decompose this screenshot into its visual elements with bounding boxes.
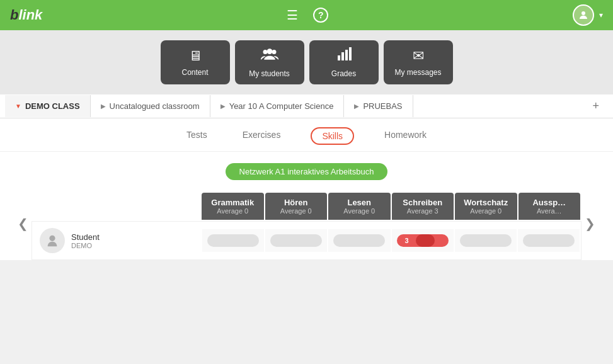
tab-demo-class[interactable]: ▼ DEMO CLASS <box>5 95 91 117</box>
grades-label: Grades <box>331 69 356 78</box>
app-logo: blink <box>10 7 42 23</box>
grades-button[interactable]: Grades <box>309 40 379 84</box>
svg-rect-7 <box>349 47 352 60</box>
tab-pruebas[interactable]: ▶ PRUEBAS <box>344 95 413 117</box>
tab-exercises[interactable]: Exercises <box>238 127 286 145</box>
score-grammatik <box>202 229 264 252</box>
score-value: 3 <box>401 234 413 247</box>
skill-header-aussp: Aussp… Avera… <box>518 193 581 220</box>
content-label: Content <box>181 68 208 77</box>
my-students-button[interactable]: My students <box>235 40 304 84</box>
content-button[interactable]: 🖥 Content <box>161 40 230 84</box>
skills-nav-right[interactable]: ❯ <box>580 211 600 236</box>
help-icon[interactable]: ? <box>313 8 328 23</box>
my-messages-button[interactable]: ✉ My messages <box>384 40 453 84</box>
student-info: Student DEMO <box>71 232 100 249</box>
filter-tag[interactable]: Netzwerk A1 interaktives Arbeitsbuch <box>226 163 388 180</box>
year10-arrow: ▶ <box>221 103 226 110</box>
uncatalogued-label: Uncatalogued classroom <box>110 101 200 111</box>
svg-point-3 <box>266 48 272 54</box>
pruebas-arrow: ▶ <box>354 103 359 110</box>
content-icon: 🖥 <box>188 48 202 64</box>
tab-tests[interactable]: Tests <box>181 127 212 145</box>
svg-point-2 <box>272 50 276 54</box>
demo-class-arrow: ▼ <box>15 103 21 110</box>
content-area: Tests Exercises Skills Homework Netzwerk… <box>0 118 613 260</box>
skill-header-wortschatz: Wortschatz Average 0 <box>455 193 517 220</box>
tab-uncatalogued[interactable]: ▶ Uncatalogued classroom <box>91 95 210 117</box>
score-schreiben: 3 <box>392 229 454 252</box>
skill-header-lesen: Lesen Average 0 <box>328 193 391 220</box>
svg-rect-4 <box>338 55 340 60</box>
score-bar-empty <box>270 234 322 247</box>
skills-section: ❮ ❯ Grammatik Average 0 Hören Average 0 … <box>0 186 613 260</box>
svg-point-8 <box>49 236 55 241</box>
skill-header-schreiben: Schreiben Average 3 <box>392 193 454 220</box>
tab-year10[interactable]: ▶ Year 10 A Computer Science <box>210 95 345 117</box>
student-cell: Student DEMO <box>32 222 202 259</box>
sub-tabs: Tests Exercises Skills Homework <box>0 118 613 152</box>
score-lesen <box>328 229 390 252</box>
year10-label: Year 10 A Computer Science <box>229 101 334 111</box>
score-bar-empty <box>207 234 259 247</box>
add-class-tab-button[interactable]: + <box>583 94 608 118</box>
score-wortschatz <box>455 229 517 252</box>
score-horen <box>265 229 327 252</box>
score-aussp <box>518 229 580 252</box>
messages-icon: ✉ <box>413 48 424 64</box>
nav-right: ▾ <box>573 4 603 26</box>
grades-icon <box>336 47 352 65</box>
table-row: Student DEMO <box>32 221 581 260</box>
demo-class-label: DEMO CLASS <box>25 101 80 111</box>
pruebas-label: PRUEBAS <box>363 101 402 111</box>
score-fill <box>416 234 435 247</box>
filter-row: Netzwerk A1 interaktives Arbeitsbuch <box>0 152 613 186</box>
score-bar-empty <box>523 234 575 247</box>
nav-center: ☰ ? <box>287 8 328 23</box>
svg-rect-6 <box>345 50 348 60</box>
skills-table: Grammatik Average 0 Hören Average 0 Lese… <box>32 193 581 260</box>
avatar-dropdown-arrow[interactable]: ▾ <box>599 11 603 20</box>
svg-point-1 <box>263 50 267 54</box>
top-nav: blink ☰ ? ▾ <box>0 0 613 30</box>
tab-homework[interactable]: Homework <box>379 127 432 145</box>
svg-rect-5 <box>341 52 344 60</box>
skills-header-row: Grammatik Average 0 Hören Average 0 Lese… <box>202 193 581 220</box>
uncatalogued-arrow: ▶ <box>101 103 106 110</box>
avatar-button[interactable] <box>573 4 594 26</box>
score-bar-filled: 3 <box>397 234 449 247</box>
tab-skills[interactable]: Skills <box>311 127 354 145</box>
students-icon <box>261 47 278 65</box>
skill-header-horen: Hören Average 0 <box>265 193 328 220</box>
score-bar-empty <box>460 234 512 247</box>
skill-header-grammatik: Grammatik Average 0 <box>202 193 264 220</box>
hamburger-icon[interactable]: ☰ <box>287 8 298 23</box>
my-messages-label: My messages <box>394 68 441 77</box>
icon-buttons-row: 🖥 Content My students Grades <box>0 30 613 94</box>
svg-point-0 <box>581 11 585 15</box>
class-tabs: ▼ DEMO CLASS ▶ Uncatalogued classroom ▶ … <box>0 94 613 118</box>
score-bar-empty <box>333 234 385 247</box>
skills-nav-left[interactable]: ❮ <box>13 211 33 236</box>
avatar <box>40 228 65 253</box>
my-students-label: My students <box>249 69 290 78</box>
